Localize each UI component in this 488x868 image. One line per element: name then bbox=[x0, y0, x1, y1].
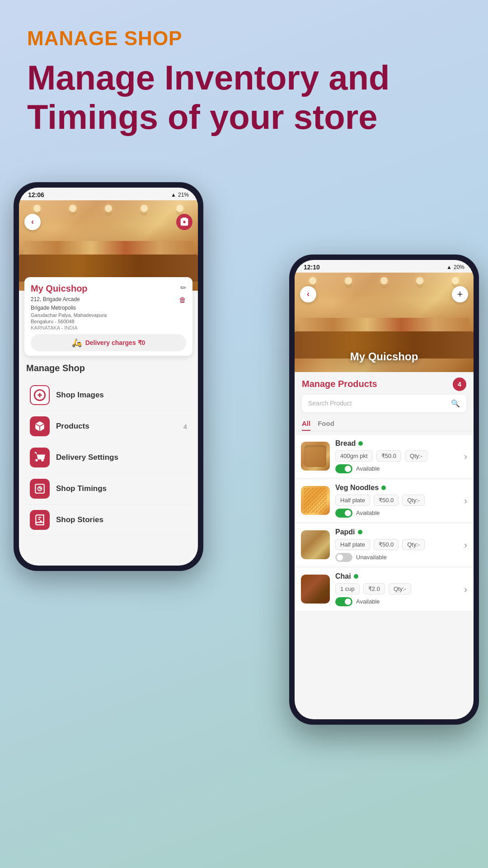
avail-text-papdi: Unavailable bbox=[356, 554, 387, 561]
plus-button[interactable]: + bbox=[452, 286, 468, 302]
back-arrow-icon-2: ‹ bbox=[307, 289, 310, 299]
shop-state: KARNATAKA - INDIA bbox=[31, 325, 186, 330]
phone-2: 12:10 ▲ 20% ‹ bbox=[289, 255, 479, 725]
shop-hero-2: ‹ + My Quicshop bbox=[295, 273, 474, 372]
product-price-papdi: ₹50.0 bbox=[374, 539, 399, 550]
menu-label-products: Products bbox=[56, 422, 183, 431]
delivery-text: Delivery charges ₹0 bbox=[85, 339, 145, 346]
product-item-papdi: Papdi Half plate ₹50.0 Qty:- Unavailable… bbox=[295, 524, 474, 567]
menu-item-shop-images[interactable]: Shop Images bbox=[26, 380, 191, 411]
expand-noodles[interactable]: › bbox=[460, 495, 467, 506]
products-count: 4 bbox=[183, 423, 187, 430]
clock-icon bbox=[34, 483, 46, 495]
manage-shop-label: MANAGE SHOP bbox=[27, 27, 461, 50]
delivery-icon-box bbox=[30, 448, 50, 467]
timings-icon-box bbox=[30, 479, 50, 499]
wifi-icon: ▲ bbox=[171, 192, 176, 198]
product-info-noodles: Veg Noodles Half plate ₹50.0 Qty:- Avail… bbox=[335, 484, 460, 518]
menu-label-stories: Shop Stories bbox=[56, 515, 187, 524]
status-time-2: 12:10 bbox=[304, 264, 320, 271]
shop-address-2: Brigade Metropolis bbox=[31, 304, 186, 312]
tab-all[interactable]: All bbox=[302, 417, 310, 431]
toggle-papdi[interactable] bbox=[335, 553, 352, 562]
plus-icon: + bbox=[457, 288, 463, 300]
status-bar-2: 12:10 ▲ 20% bbox=[295, 260, 474, 273]
product-variant-noodles: Half plate bbox=[335, 495, 370, 506]
search-placeholder-text: Search Product bbox=[308, 400, 352, 407]
toggle-bread[interactable] bbox=[335, 464, 352, 473]
edit-icon[interactable]: ✏ bbox=[180, 283, 186, 292]
photo-button-1[interactable] bbox=[176, 214, 192, 230]
tab-food[interactable]: Food bbox=[318, 417, 334, 431]
product-qty-bread: Qty:- bbox=[405, 450, 427, 462]
status-icons-2: ▲ 20% bbox=[446, 264, 465, 270]
delete-icon[interactable]: 🗑 bbox=[179, 296, 186, 304]
menu-label-delivery: Delivery Settings bbox=[56, 453, 187, 462]
menu-label-shop-images: Shop Images bbox=[56, 391, 187, 400]
back-arrow-icon: ‹ bbox=[31, 217, 34, 226]
product-qty-noodles: Qty:- bbox=[402, 495, 425, 506]
product-info-bread: Bread 400gm pkt ₹50.0 Qty:- Available bbox=[335, 439, 460, 473]
menu-item-delivery[interactable]: Delivery Settings bbox=[26, 442, 191, 473]
products-count-badge: 4 bbox=[453, 377, 466, 391]
shop-city: Garudachar Palya, Mahadevapura bbox=[31, 312, 186, 318]
expand-papdi[interactable]: › bbox=[460, 540, 467, 550]
page-headline: Manage Inventory and Timings of your sto… bbox=[27, 58, 461, 137]
available-dot-papdi bbox=[358, 530, 362, 534]
manage-shop-title: Manage Shop bbox=[26, 363, 191, 373]
available-dot-bread bbox=[358, 441, 363, 446]
phone-1: 12:06 ▲ 21% ‹ bbox=[14, 182, 203, 571]
shop-name-overlay: My Quicshop bbox=[295, 350, 474, 363]
menu-label-timings: Shop Timings bbox=[56, 484, 187, 493]
avail-text-noodles: Available bbox=[356, 509, 380, 516]
stories-icon-box bbox=[30, 510, 50, 530]
shop-pincode: Bengaluru - 560048 bbox=[31, 319, 186, 324]
delivery-badge: 🛵 Delivery charges ₹0 bbox=[31, 334, 186, 351]
expand-chai[interactable]: › bbox=[460, 584, 467, 594]
available-dot-noodles bbox=[381, 486, 386, 490]
product-name-papdi: Papdi bbox=[335, 528, 355, 536]
manage-products-header: Manage Products 4 bbox=[295, 372, 474, 395]
back-button-1[interactable]: ‹ bbox=[24, 214, 41, 230]
menu-item-stories[interactable]: Shop Stories bbox=[26, 505, 191, 536]
battery-2: 20% bbox=[454, 264, 465, 270]
manage-products-title: Manage Products bbox=[302, 379, 377, 389]
product-price-bread: ₹50.0 bbox=[376, 450, 401, 462]
product-thumb-noodles bbox=[301, 486, 330, 515]
product-item-noodles: Veg Noodles Half plate ₹50.0 Qty:- Avail… bbox=[295, 479, 474, 523]
avail-text-bread: Available bbox=[356, 465, 380, 472]
back-button-2[interactable]: ‹ bbox=[300, 286, 316, 302]
product-info-papdi: Papdi Half plate ₹50.0 Qty:- Unavailable bbox=[335, 528, 460, 562]
shop-address-1: 212, Brigade Arcade bbox=[31, 296, 186, 303]
shop-info-card: My Quicshop 212, Brigade Arcade Brigade … bbox=[24, 277, 192, 356]
menu-item-products[interactable]: Products 4 bbox=[26, 411, 191, 442]
expand-bread[interactable]: › bbox=[460, 451, 467, 462]
product-item-bread: Bread 400gm pkt ₹50.0 Qty:- Available › bbox=[295, 435, 474, 478]
delivery-scooter-icon: 🛵 bbox=[72, 338, 82, 348]
product-name-noodles: Veg Noodles bbox=[335, 484, 379, 492]
product-name-bread: Bread bbox=[335, 439, 356, 448]
svg-point-4 bbox=[35, 459, 38, 462]
manage-shop-section: Manage Shop Shop Images bbox=[19, 356, 198, 536]
phones-container: 12:06 ▲ 21% ‹ bbox=[0, 164, 488, 734]
menu-item-timings[interactable]: Shop Timings bbox=[26, 473, 191, 505]
product-variant-bread: 400gm pkt bbox=[335, 450, 373, 462]
status-icons-1: ▲ 21% bbox=[171, 192, 189, 198]
search-icon: 🔍 bbox=[451, 399, 460, 408]
wifi-icon-2: ▲ bbox=[446, 264, 452, 270]
plus-circle-icon bbox=[33, 389, 46, 401]
box-icon bbox=[34, 420, 46, 432]
battery-1: 21% bbox=[178, 192, 189, 198]
status-time-1: 12:06 bbox=[28, 191, 44, 198]
toggle-noodles[interactable] bbox=[335, 509, 352, 518]
toggle-chai[interactable] bbox=[335, 597, 352, 606]
product-variant-chai: 1 cup bbox=[335, 583, 360, 594]
product-variant-papdi: Half plate bbox=[335, 539, 370, 550]
product-thumb-chai bbox=[301, 575, 330, 604]
search-bar[interactable]: Search Product 🔍 bbox=[302, 395, 466, 412]
product-price-chai: ₹2.0 bbox=[363, 583, 385, 594]
product-thumb-bread bbox=[301, 442, 330, 471]
product-info-chai: Chai 1 cup ₹2.0 Qty:- Available bbox=[335, 572, 460, 606]
camera-icon bbox=[180, 217, 189, 226]
available-dot-chai bbox=[354, 574, 358, 579]
